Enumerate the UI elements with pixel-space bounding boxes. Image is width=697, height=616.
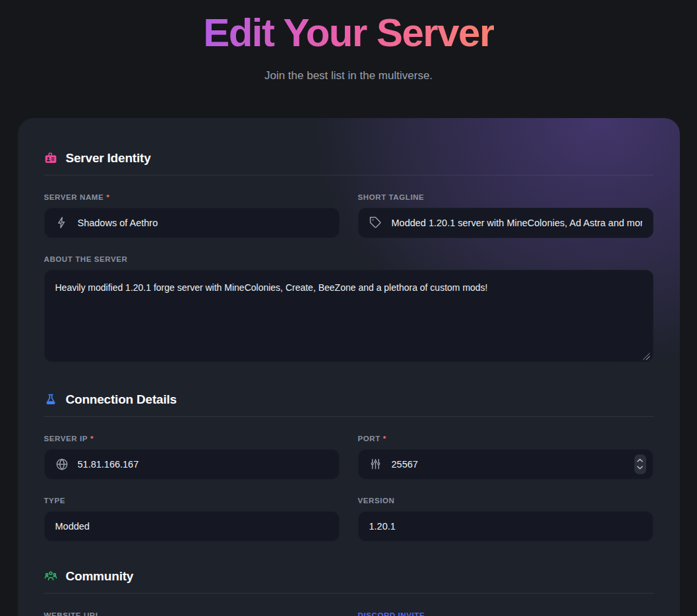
tagline-input[interactable] <box>392 218 642 228</box>
server-ip-input[interactable] <box>78 459 328 470</box>
section-community: Community WEBSITE URL DISCORD INVITE <box>44 569 653 616</box>
users-three-icon <box>44 570 57 583</box>
port-stepper[interactable] <box>634 454 646 474</box>
required-asterisk: * <box>90 435 94 443</box>
about-label: ABOUT THE SERVER <box>44 255 653 263</box>
about-textarea[interactable]: Heavily modified 1.20.1 forge server wit… <box>44 270 653 362</box>
stepper-up-icon[interactable] <box>637 458 643 463</box>
page-subtitle: Join the best list in the multiverse. <box>0 69 697 82</box>
server-ip-input-wrap[interactable] <box>44 449 340 479</box>
field-server-name: SERVER NAME* <box>44 193 340 238</box>
section-server-identity: Server Identity SERVER NAME* <box>44 151 653 365</box>
section-connection-details: Connection Details SERVER IP* <box>44 392 653 541</box>
section-title-identity: Server Identity <box>66 151 151 166</box>
port-label: PORT* <box>358 435 653 443</box>
section-header-identity: Server Identity <box>44 151 653 166</box>
edit-server-card: Server Identity SERVER NAME* <box>18 118 680 616</box>
page-header: Edit Your Server Join the best list in t… <box>0 0 697 82</box>
section-header-community: Community <box>44 569 653 584</box>
lightning-icon <box>55 216 69 230</box>
id-card-icon <box>44 152 57 165</box>
port-input-wrap[interactable] <box>358 449 653 479</box>
section-title-connection: Connection Details <box>66 392 177 407</box>
section-divider <box>44 593 653 594</box>
server-name-input[interactable] <box>78 218 328 228</box>
port-input[interactable] <box>392 459 628 470</box>
sliders-icon <box>369 458 382 471</box>
version-input-wrap[interactable] <box>358 511 653 541</box>
tagline-label: SHORT TAGLINE <box>358 193 653 201</box>
type-label: TYPE <box>44 497 340 505</box>
page-title: Edit Your Server <box>203 12 494 55</box>
server-ip-label: SERVER IP* <box>44 435 340 443</box>
section-divider <box>44 175 653 175</box>
field-server-ip: SERVER IP* <box>44 435 340 479</box>
about-textarea-wrap: Heavily modified 1.20.1 forge server wit… <box>44 270 653 365</box>
stepper-down-icon[interactable] <box>637 465 643 470</box>
tag-icon <box>369 216 382 230</box>
section-title-community: Community <box>66 569 134 584</box>
globe-icon <box>55 458 69 471</box>
type-input[interactable] <box>55 521 328 532</box>
field-discord-invite: DISCORD INVITE <box>358 611 653 616</box>
flask-icon <box>44 393 57 406</box>
website-url-label: WEBSITE URL <box>44 611 340 616</box>
field-about: ABOUT THE SERVER Heavily modified 1.20.1… <box>44 255 653 365</box>
type-input-wrap[interactable] <box>44 511 340 541</box>
field-port: PORT* <box>358 435 653 479</box>
server-name-label: SERVER NAME* <box>44 193 340 201</box>
required-asterisk: * <box>383 435 386 443</box>
field-tagline: SHORT TAGLINE <box>358 193 653 238</box>
tagline-input-wrap[interactable] <box>358 208 653 238</box>
field-version: VERSION <box>358 497 653 541</box>
server-name-input-wrap[interactable] <box>44 208 340 238</box>
version-label: VERSION <box>358 497 653 505</box>
section-divider <box>44 416 653 417</box>
section-header-connection: Connection Details <box>44 392 653 407</box>
discord-invite-label: DISCORD INVITE <box>358 611 653 616</box>
version-input[interactable] <box>369 521 642 532</box>
field-website-url: WEBSITE URL <box>44 611 340 616</box>
field-type: TYPE <box>44 497 340 541</box>
required-asterisk: * <box>106 193 109 201</box>
